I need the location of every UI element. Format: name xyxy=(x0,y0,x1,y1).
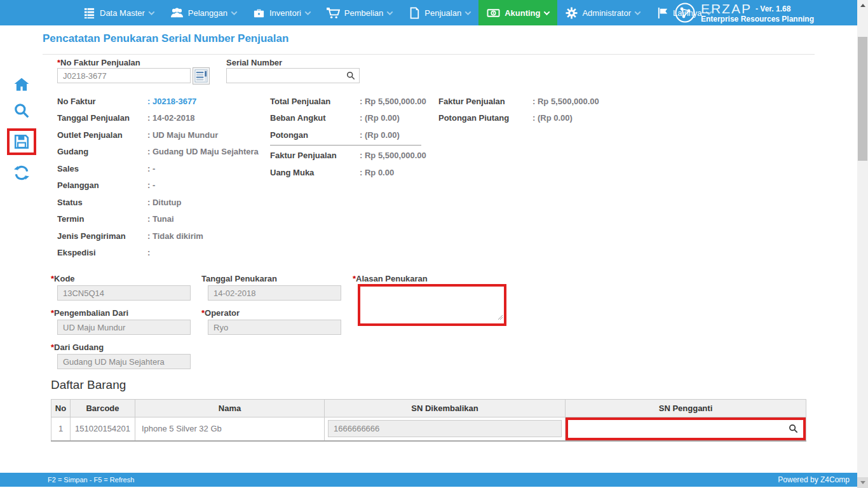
detail-row: Total PenjualanRp 5,500,000.00 xyxy=(270,93,426,110)
invoice-details-column-1: No FakturJ0218-3677 Tanggal Penjualan14-… xyxy=(57,93,259,261)
erzap-logo-icon xyxy=(674,2,696,26)
sn-pengganti-highlight-box xyxy=(566,417,806,440)
brand-name: ERZAP xyxy=(701,4,752,14)
quick-sidebar xyxy=(7,76,36,181)
invoice-list-button[interactable] xyxy=(193,67,210,85)
col-header-nama: Nama xyxy=(135,400,325,417)
dari-gudang-input xyxy=(57,354,191,369)
no-faktur-input[interactable] xyxy=(57,68,191,83)
sn-dikembalikan-input xyxy=(328,420,562,437)
scroll-down-button[interactable] xyxy=(857,477,868,488)
document-icon xyxy=(409,7,420,19)
nav-item-inventori[interactable]: Inventori xyxy=(245,0,318,25)
cell-sn-pengganti xyxy=(566,417,806,441)
briefcase-icon xyxy=(253,7,265,19)
col-header-sn-pengganti: SN Pengganti xyxy=(566,400,806,417)
cell-nama: Iphone 5 Silver 32 Gb xyxy=(135,417,325,441)
nav-item-pelanggan[interactable]: Pelanggan xyxy=(162,0,245,25)
dari-gudang-label: Dari Gudang xyxy=(51,342,104,352)
detail-row: Faktur PenjualanRp 5,500,000.00 xyxy=(270,147,426,165)
detail-row: Beban Angkut(Rp 0.00) xyxy=(270,110,426,127)
nav-menu: Data Master Pelanggan Inventori Pembelia… xyxy=(75,0,719,25)
home-icon[interactable] xyxy=(13,76,30,93)
nav-item-administrator[interactable]: Administrator xyxy=(557,0,648,25)
detail-row: No FakturJ0218-3677 xyxy=(57,93,259,110)
sn-pengganti-input[interactable] xyxy=(568,420,789,438)
cart-icon xyxy=(327,7,340,19)
search-icon[interactable] xyxy=(13,102,30,119)
users-icon xyxy=(170,7,184,19)
arrow-up-icon xyxy=(860,4,865,7)
chevron-down-icon xyxy=(387,9,393,15)
tanggal-penukaran-input xyxy=(208,285,341,301)
chevron-down-icon xyxy=(635,9,641,15)
items-table-title: Daftar Barang xyxy=(51,378,126,392)
nav-label: Pembelian xyxy=(344,8,383,18)
invoice-details-column-2: Total PenjualanRp 5,500,000.00 Beban Ang… xyxy=(270,93,426,181)
invoice-details-column-3: Faktur PenjualanRp 5,500,000.00 Potongan… xyxy=(438,93,599,126)
detail-row: Jenis PengirimanTidak dikirim xyxy=(57,227,259,245)
refresh-icon[interactable] xyxy=(13,165,30,181)
kode-label: Kode xyxy=(51,274,75,283)
scrollbar-thumb[interactable] xyxy=(858,37,867,161)
nav-label: Akunting xyxy=(505,8,540,18)
chevron-down-icon xyxy=(148,9,154,15)
detail-row: Sales- xyxy=(57,160,259,177)
col-header-no: No xyxy=(51,400,71,417)
chevron-down-icon xyxy=(231,9,238,15)
detail-row: TerminTunai xyxy=(57,211,259,228)
table-row: 1 151020154201 Iphone 5 Silver 32 Gb xyxy=(51,417,806,441)
search-icon xyxy=(346,71,355,83)
cell-barcode: 151020154201 xyxy=(71,417,135,441)
brand-tagline: Enterprise Resources Planning xyxy=(701,14,814,24)
arrow-down-icon xyxy=(860,481,865,484)
search-icon xyxy=(789,424,798,433)
nav-label: Pelanggan xyxy=(188,8,227,18)
nav-item-penjualan[interactable]: Penjualan xyxy=(400,0,478,25)
chevron-down-icon xyxy=(304,9,311,15)
detail-row: Potongan Piutang(Rp 0.00) xyxy=(438,110,599,127)
alasan-penukaran-textarea[interactable] xyxy=(360,287,504,323)
tanggal-penukaran-label: Tanggal Penukaran xyxy=(201,274,277,283)
nav-label: Administrator xyxy=(582,8,631,18)
detail-row: Outlet PenjualanUD Maju Mundur xyxy=(57,126,259,144)
list-icon xyxy=(83,7,95,19)
col-header-sn-dikembalikan: SN Dikembalikan xyxy=(325,400,566,417)
nav-item-akunting[interactable]: Akunting xyxy=(478,0,557,25)
detail-row: Potongan(Rp 0.00) xyxy=(270,126,426,144)
no-faktur-label: No Faktur Penjualan xyxy=(57,58,140,67)
detail-row: Ekspedisi xyxy=(57,245,259,262)
pengembalian-dari-input xyxy=(57,320,191,335)
flag-icon xyxy=(656,7,668,19)
alasan-highlight-box xyxy=(358,284,506,326)
subtotal-divider xyxy=(270,145,421,146)
chevron-down-icon xyxy=(465,9,471,15)
cell-no: 1 xyxy=(51,417,71,441)
detail-row: Tanggal Penjualan14-02-2018 xyxy=(57,110,259,127)
chevron-down-icon xyxy=(544,9,550,15)
invoice-link[interactable]: J0218-3677 xyxy=(147,97,196,106)
table-header-row: No Barcode Nama SN Dikembalikan SN Pengg… xyxy=(51,400,806,417)
operator-label: Operator xyxy=(201,308,240,318)
nav-label: Inventori xyxy=(269,8,301,18)
col-header-barcode: Barcode xyxy=(71,400,135,417)
kode-input xyxy=(57,285,191,301)
detail-row: GudangGudang UD Maju Sejahtera xyxy=(57,144,259,161)
detail-row: Pelanggan- xyxy=(57,177,259,194)
nav-item-pembelian[interactable]: Pembelian xyxy=(318,0,400,25)
resize-grip-icon[interactable] xyxy=(498,311,503,323)
footer-powered-by: Powered by Z4Comp xyxy=(778,475,850,484)
detail-row: Faktur PenjualanRp 5,500,000.00 xyxy=(438,93,599,110)
save-icon[interactable] xyxy=(13,133,30,150)
nav-label: Data Master xyxy=(100,8,145,18)
top-nav: Data Master Pelanggan Inventori Pembelia… xyxy=(0,0,857,25)
footer-shortcuts: F2 = Simpan - F5 = Refresh xyxy=(48,476,134,484)
serial-number-input[interactable] xyxy=(226,68,360,83)
save-highlight-box xyxy=(7,128,36,155)
scroll-up-button[interactable] xyxy=(857,0,868,11)
nav-label: Penjualan xyxy=(424,8,461,18)
items-table: No Barcode Nama SN Dikembalikan SN Pengg… xyxy=(51,399,806,442)
nav-item-data-master[interactable]: Data Master xyxy=(75,0,162,25)
pengembalian-dari-label: Pengembalian Dari xyxy=(51,308,128,318)
page-title: Pencatatan Penukaran Serial Number Penju… xyxy=(43,32,288,45)
